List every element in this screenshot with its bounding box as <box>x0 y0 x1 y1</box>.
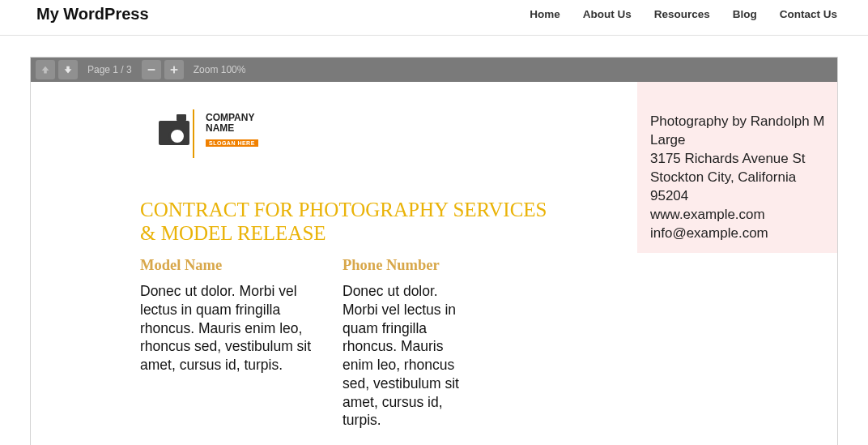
nav-resources[interactable]: Resources <box>654 8 710 20</box>
company-slogan: SLOGAN HERE <box>206 139 258 147</box>
prev-page-button[interactable] <box>36 60 55 79</box>
document-page: COMPANY NAME SLOGAN HERE CONTRACT FOR PH… <box>31 82 837 445</box>
camera-icon <box>159 109 194 152</box>
form-columns: Model Name Donec ut dolor. Morbi vel lec… <box>140 257 464 430</box>
arrow-down-icon <box>62 64 74 75</box>
minus-icon <box>146 64 157 75</box>
main-nav: Home About Us Resources Blog Contact Us <box>530 8 837 20</box>
arrow-up-icon <box>40 64 51 75</box>
page-indicator: Page 1 / 3 <box>87 64 132 75</box>
svg-rect-2 <box>173 66 175 74</box>
phone-value: Donec ut dolor. Morbi vel lectus in quam… <box>343 282 464 430</box>
email: info@example.com <box>650 225 837 243</box>
plus-icon <box>168 64 180 75</box>
phone-field: Phone Number Donec ut dolor. Morbi vel l… <box>343 257 464 430</box>
viewer-toolbar: Page 1 / 3 Zoom 100% <box>31 58 837 82</box>
nav-blog[interactable]: Blog <box>733 8 757 20</box>
document-title: CONTRACT FOR PHOTOGRAPHY SERVICES & MODE… <box>140 199 561 246</box>
next-page-button[interactable] <box>58 60 78 79</box>
address-line1: 3175 Richards Avenue St <box>650 150 837 169</box>
svg-rect-0 <box>147 69 155 71</box>
model-name-label: Model Name <box>140 257 326 274</box>
nav-about[interactable]: About Us <box>583 8 632 20</box>
photographer-name: Photography by Randolph M Large <box>650 113 837 150</box>
company-logo: COMPANY NAME SLOGAN HERE <box>159 109 258 152</box>
nav-home[interactable]: Home <box>530 8 560 20</box>
nav-contact[interactable]: Contact Us <box>780 8 837 20</box>
zoom-out-button[interactable] <box>142 60 161 79</box>
contact-sidebar: Photography by Randolph M Large 3175 Ric… <box>637 82 837 253</box>
zoom-in-button[interactable] <box>164 60 184 79</box>
site-header: My WordPress Home About Us Resources Blo… <box>0 0 868 36</box>
zoom-indicator: Zoom 100% <box>194 64 246 75</box>
website: www.example.com <box>650 206 837 225</box>
address-line2: Stockton City, California 95204 <box>650 169 837 206</box>
company-name-line2: NAME <box>206 123 258 134</box>
logo-text: COMPANY NAME SLOGAN HERE <box>206 113 258 148</box>
model-name-field: Model Name Donec ut dolor. Morbi vel lec… <box>140 257 326 430</box>
phone-label: Phone Number <box>343 257 464 274</box>
model-name-value: Donec ut dolor. Morbi vel lectus in quam… <box>140 282 326 374</box>
site-title: My WordPress <box>36 5 149 24</box>
document-viewer: Page 1 / 3 Zoom 100% COMPANY NAME SLOGAN… <box>30 57 838 445</box>
